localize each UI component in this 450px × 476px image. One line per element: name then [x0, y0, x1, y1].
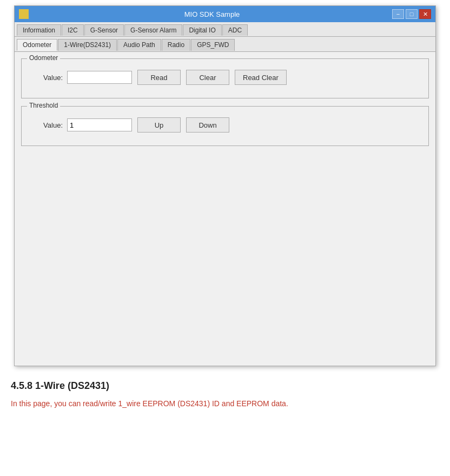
window-controls: − □ ✕ [392, 9, 431, 19]
title-bar: MIO SDK Sample − □ ✕ [15, 6, 435, 22]
down-button[interactable]: Down [186, 117, 229, 133]
odometer-group-label: Odometer [27, 54, 60, 62]
app-window: MIO SDK Sample − □ ✕ Information I2C G-S… [14, 5, 436, 366]
minimize-button[interactable]: − [392, 9, 404, 19]
tab-container-row2: Odometer 1-Wire(DS2431) Audio Path Radio… [15, 37, 435, 52]
odometer-group: Odometer Value: Read Clear Read Clear [21, 58, 429, 98]
close-button[interactable]: ✕ [419, 9, 431, 19]
odometer-row: Value: Read Clear Read Clear [30, 65, 420, 89]
maximize-button[interactable]: □ [406, 9, 418, 19]
tab-audio-path[interactable]: Audio Path [117, 39, 161, 51]
tab-radio[interactable]: Radio [162, 39, 190, 51]
doc-heading: 4.5.8 1-Wire (DS2431) [11, 380, 439, 392]
tab-information[interactable]: Information [17, 24, 61, 36]
read-button[interactable]: Read [137, 70, 181, 85]
tab-row-1: Information I2C G-Sensor G-Sensor Alarm … [17, 24, 433, 36]
clear-button[interactable]: Clear [186, 70, 229, 85]
threshold-group: Threshold Value: Up Down [21, 106, 429, 146]
threshold-value-label: Value: [30, 121, 63, 129]
threshold-value-input[interactable] [67, 118, 132, 131]
tab-adc[interactable]: ADC [222, 24, 248, 36]
tab-g-sensor[interactable]: G-Sensor [84, 24, 124, 36]
threshold-group-label: Threshold [27, 102, 60, 109]
content-area: Odometer Value: Read Clear Read Clear Th… [15, 52, 435, 366]
tab-container-row1: Information I2C G-Sensor G-Sensor Alarm … [15, 22, 435, 37]
tab-i2c[interactable]: I2C [62, 24, 84, 36]
doc-body: In this page, you can read/write 1_wire … [11, 398, 439, 409]
tab-digital-io[interactable]: Digital IO [183, 24, 221, 36]
odometer-value-input[interactable] [67, 71, 132, 84]
threshold-row: Value: Up Down [30, 113, 420, 137]
tab-1wire[interactable]: 1-Wire(DS2431) [58, 39, 117, 51]
tab-gps-fwd[interactable]: GPS_FWD [191, 39, 235, 51]
up-button[interactable]: Up [137, 117, 181, 133]
app-icon [19, 9, 29, 19]
tab-g-sensor-alarm[interactable]: G-Sensor Alarm [124, 24, 182, 36]
odometer-value-label: Value: [30, 74, 63, 82]
doc-section: 4.5.8 1-Wire (DS2431) In this page, you … [0, 372, 450, 418]
tab-odometer[interactable]: Odometer [17, 39, 57, 51]
window-title: MIO SDK Sample [32, 10, 392, 18]
read-clear-button[interactable]: Read Clear [235, 70, 287, 85]
tab-row-2: Odometer 1-Wire(DS2431) Audio Path Radio… [17, 39, 433, 51]
